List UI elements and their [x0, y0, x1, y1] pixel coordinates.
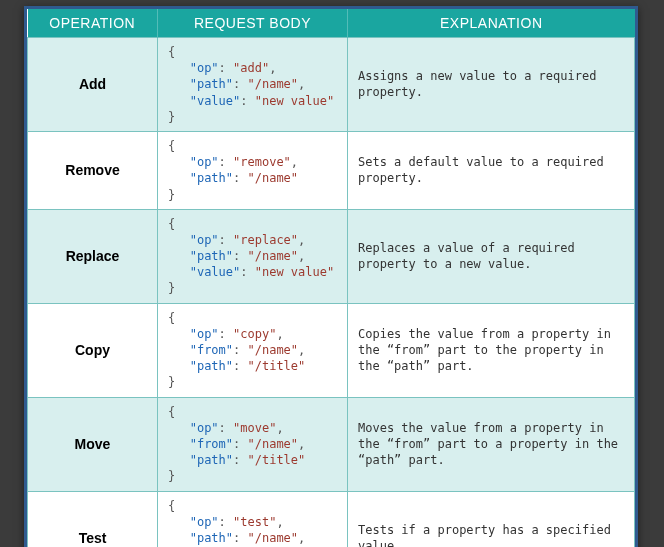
request-body: { "op": "move", "from": "/name", "path":… — [158, 397, 348, 491]
request-body: { "op": "remove", "path": "/name" } — [158, 131, 348, 209]
header-explanation: EXPLANATION — [348, 9, 635, 38]
header-operation: OPERATION — [28, 9, 158, 38]
table-row: Move{ "op": "move", "from": "/name", "pa… — [28, 397, 635, 491]
explanation: Moves the value from a property in the “… — [348, 397, 635, 491]
explanation: Copies the value from a property in the … — [348, 303, 635, 397]
table-row: Remove{ "op": "remove", "path": "/name" … — [28, 131, 635, 209]
table-row: Replace{ "op": "replace", "path": "/name… — [28, 209, 635, 303]
explanation: Replaces a value of a required property … — [348, 209, 635, 303]
operation-name: Add — [28, 38, 158, 132]
document-panel: OPERATION REQUEST BODY EXPLANATION Add{ … — [24, 6, 638, 547]
explanation: Assigns a new value to a required proper… — [348, 38, 635, 132]
table-row: Copy{ "op": "copy", "from": "/name", "pa… — [28, 303, 635, 397]
explanation: Tests if a property has a specified valu… — [348, 491, 635, 547]
operations-table: OPERATION REQUEST BODY EXPLANATION Add{ … — [27, 9, 635, 547]
request-body: { "op": "add", "path": "/name", "value":… — [158, 38, 348, 132]
operation-name: Replace — [28, 209, 158, 303]
request-body: { "op": "test", "path": "/name", "value"… — [158, 491, 348, 547]
header-request-body: REQUEST BODY — [158, 9, 348, 38]
operation-name: Copy — [28, 303, 158, 397]
operation-name: Move — [28, 397, 158, 491]
request-body: { "op": "copy", "from": "/name", "path":… — [158, 303, 348, 397]
table-frame: OPERATION REQUEST BODY EXPLANATION Add{ … — [24, 6, 638, 547]
table-row: Add{ "op": "add", "path": "/name", "valu… — [28, 38, 635, 132]
operation-name: Test — [28, 491, 158, 547]
table-body: Add{ "op": "add", "path": "/name", "valu… — [28, 38, 635, 548]
request-body: { "op": "replace", "path": "/name", "val… — [158, 209, 348, 303]
operation-name: Remove — [28, 131, 158, 209]
explanation: Sets a default value to a required prope… — [348, 131, 635, 209]
table-row: Test{ "op": "test", "path": "/name", "va… — [28, 491, 635, 547]
table-header-row: OPERATION REQUEST BODY EXPLANATION — [28, 9, 635, 38]
